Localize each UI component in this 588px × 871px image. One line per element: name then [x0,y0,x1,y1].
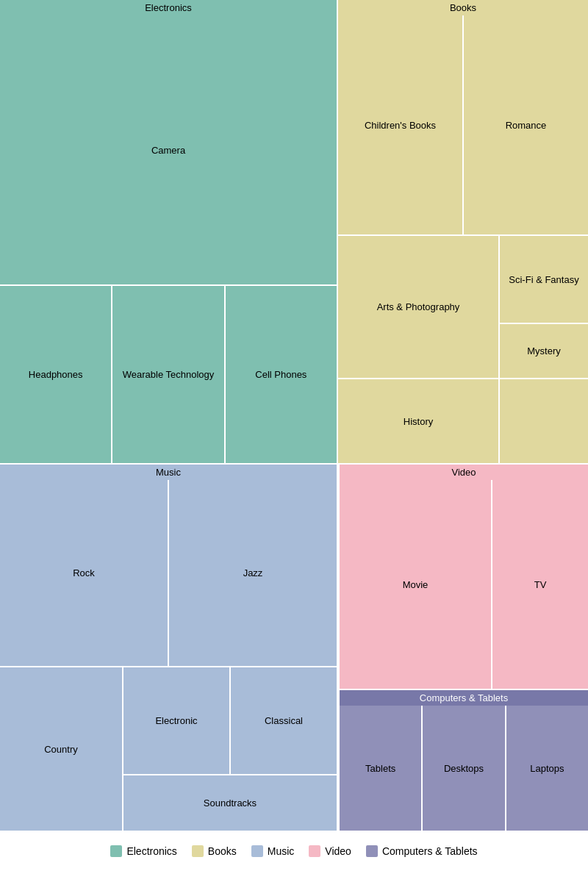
electronics-legend-color [110,845,122,857]
romance-label: Romance [506,120,547,131]
electronic-label: Electronic [155,715,197,726]
classical-cell[interactable]: Classical [231,667,337,774]
scifi-cell[interactable]: Sci-Fi & Fantasy [500,236,588,324]
cellphones-label: Cell Phones [255,369,306,380]
electronics-legend-label: Electronics [126,845,176,857]
electronics-section: Electronics Camera Headphones Wearable T… [0,0,338,463]
electronics-header: Electronics [0,0,337,15]
scifi-label: Sci-Fi & Fantasy [509,274,578,285]
legend-music: Music [251,845,295,857]
books-header: Books [338,0,588,15]
video-content: Movie TV [340,480,588,689]
books-row1: Children's Books Romance [338,15,588,236]
computers-legend-label: Computers & Tablets [382,845,478,857]
cellphones-cell[interactable]: Cell Phones [226,286,337,463]
books-row3: History [338,379,588,463]
wearable-cell[interactable]: Wearable Technology [112,286,225,463]
video-section: Video Movie TV [338,465,588,689]
history-label: History [404,416,433,427]
music-bottom-row: Country Electronic Classical Soundtracks [0,667,337,831]
tv-label: TV [534,579,547,590]
jazz-label: Jazz [243,567,263,578]
camera-label: Camera [151,145,185,156]
legend-computers: Computers & Tablets [366,845,478,857]
rock-label: Rock [73,567,95,578]
music-legend-label: Music [268,845,295,857]
books-row2: Arts & Photography Sci-Fi & Fantasy Myst… [338,236,588,379]
music-section: Music Rock Jazz Country Electronic C [0,463,338,831]
electronics-bottom-row: Headphones Wearable Technology Cell Phon… [0,286,337,463]
music-header: Music [0,465,337,480]
music-top-row: Rock Jazz [0,480,337,667]
music-legend-color [251,845,263,857]
computers-content: Tablets Desktops Laptops [340,706,588,831]
country-cell[interactable]: Country [0,667,123,831]
mystery-cell-2[interactable] [500,379,588,463]
tablets-cell[interactable]: Tablets [340,706,423,831]
desktops-label: Desktops [444,763,484,774]
mystery-label: Mystery [527,345,561,356]
camera-cell[interactable]: Camera [0,15,337,286]
soundtracks-label: Soundtracks [204,797,257,809]
legend-electronics: Electronics [110,845,176,857]
childrens-books-label: Children's Books [365,120,436,131]
tv-cell[interactable]: TV [492,480,588,689]
books-section: Books Children's Books Romance Arts & Ph… [338,0,588,463]
legend-video: Video [309,845,351,857]
romance-cell[interactable]: Romance [464,15,588,234]
tablets-label: Tablets [365,763,395,774]
country-label: Country [44,744,78,755]
movie-cell[interactable]: Movie [340,480,492,689]
laptops-cell[interactable]: Laptops [506,706,588,831]
computers-legend-color [366,845,378,857]
rock-cell[interactable]: Rock [0,480,169,666]
history-cell[interactable]: History [338,379,500,463]
childrens-books-cell[interactable]: Children's Books [338,15,464,234]
video-header: Video [340,465,588,480]
right-section: Video Movie TV Computers & Tablets Table… [338,463,588,831]
classical-label: Classical [265,715,303,726]
computers-header: Computers & Tablets [340,690,588,706]
headphones-cell[interactable]: Headphones [0,286,112,463]
arts-cell[interactable]: Arts & Photography [338,236,500,378]
video-legend-color [309,845,320,857]
mystery-cell[interactable]: Mystery [500,324,588,378]
laptops-label: Laptops [530,763,564,774]
arts-label: Arts & Photography [377,301,460,312]
video-legend-label: Video [325,845,351,857]
elec-classical-row: Electronic Classical [123,667,337,775]
desktops-cell[interactable]: Desktops [423,706,506,831]
legend: Electronics Books Music Video Computers … [0,831,588,871]
music-right-sub: Electronic Classical Soundtracks [123,667,337,831]
treemap: Electronics Camera Headphones Wearable T… [0,0,588,831]
jazz-cell[interactable]: Jazz [169,480,337,666]
scifi-mystery-col: Sci-Fi & Fantasy Mystery [500,236,588,378]
headphones-label: Headphones [29,369,83,380]
computers-section: Computers & Tablets Tablets Desktops Lap… [338,689,588,831]
wearable-label: Wearable Technology [123,369,215,380]
electronic-cell[interactable]: Electronic [123,667,231,774]
soundtracks-cell[interactable]: Soundtracks [123,775,337,831]
books-legend-color [192,845,204,857]
legend-books: Books [192,845,237,857]
movie-label: Movie [403,579,429,590]
books-legend-label: Books [208,845,237,857]
